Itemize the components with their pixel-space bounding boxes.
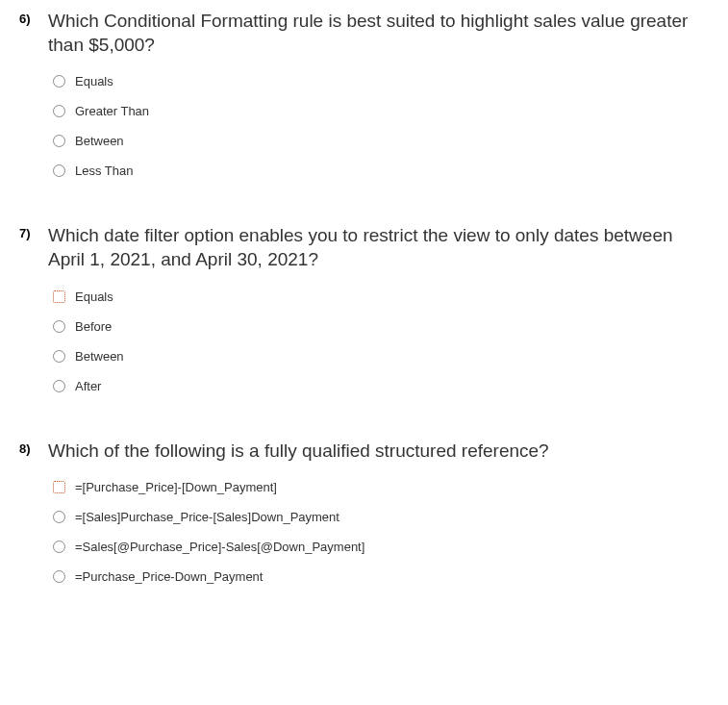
radio-icon <box>53 75 65 88</box>
option-purchase-price-brackets[interactable]: =[Purchase_Price]-[Down_Payment] <box>53 480 709 494</box>
option-before[interactable]: Before <box>53 319 709 334</box>
option-label: =[Purchase_Price]-[Down_Payment] <box>75 480 277 494</box>
option-label: =[Sales]Purchase_Price-[Sales]Down_Payme… <box>75 510 339 524</box>
option-between[interactable]: Between <box>53 134 709 148</box>
option-between[interactable]: Between <box>53 349 709 364</box>
question-7: 7) Which date filter option enables you … <box>19 224 709 392</box>
question-number: 6) <box>19 12 38 26</box>
option-plain-names[interactable]: =Purchase_Price-Down_Payment <box>53 569 709 584</box>
question-header: 7) Which date filter option enables you … <box>19 224 709 271</box>
radio-icon <box>53 135 65 147</box>
option-label: After <box>75 379 101 393</box>
option-label: Between <box>75 349 124 364</box>
question-8: 8) Which of the following is a fully qua… <box>19 440 709 585</box>
option-sales-at-reference[interactable]: =Sales[@Purchase_Price]-Sales[@Down_Paym… <box>53 540 709 554</box>
option-after[interactable]: After <box>53 379 709 393</box>
question-text: Which date filter option enables you to … <box>48 224 709 271</box>
options-list: Equals Greater Than Between Less Than <box>53 74 709 178</box>
option-label: =Purchase_Price-Down_Payment <box>75 569 263 584</box>
option-label: Before <box>75 319 112 334</box>
radio-icon <box>53 320 65 333</box>
radio-icon <box>53 105 65 117</box>
option-label: =Sales[@Purchase_Price]-Sales[@Down_Paym… <box>75 540 364 554</box>
option-sales-brackets[interactable]: =[Sales]Purchase_Price-[Sales]Down_Payme… <box>53 510 709 524</box>
question-number: 8) <box>19 441 38 456</box>
option-label: Equals <box>75 290 113 304</box>
question-header: 8) Which of the following is a fully qua… <box>19 440 709 464</box>
radio-icon <box>53 290 65 303</box>
question-6: 6) Which Conditional Formatting rule is … <box>19 10 709 178</box>
option-greater-than[interactable]: Greater Than <box>53 104 709 118</box>
question-number: 7) <box>19 226 38 240</box>
option-label: Equals <box>75 74 113 88</box>
options-list: Equals Before Between After <box>53 290 709 393</box>
question-header: 6) Which Conditional Formatting rule is … <box>19 10 709 57</box>
radio-icon <box>53 380 65 392</box>
question-text: Which of the following is a fully qualif… <box>48 440 709 464</box>
option-label: Between <box>75 134 124 148</box>
option-label: Greater Than <box>75 104 149 118</box>
radio-icon <box>53 541 65 553</box>
option-equals[interactable]: Equals <box>53 74 709 88</box>
radio-icon <box>53 511 65 523</box>
option-less-than[interactable]: Less Than <box>53 164 709 178</box>
radio-icon <box>53 350 65 363</box>
option-equals[interactable]: Equals <box>53 290 709 304</box>
radio-icon <box>53 481 65 493</box>
radio-icon <box>53 570 65 583</box>
question-text: Which Conditional Formatting rule is bes… <box>48 10 709 57</box>
options-list: =[Purchase_Price]-[Down_Payment] =[Sales… <box>53 480 709 584</box>
option-label: Less Than <box>75 164 133 178</box>
radio-icon <box>53 164 65 177</box>
